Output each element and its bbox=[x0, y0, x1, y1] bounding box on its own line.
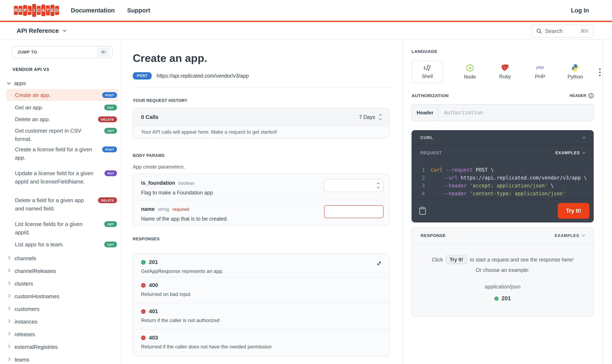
sidebar-section-title: VENDOR API V3 bbox=[13, 67, 49, 72]
logo-letter-tile: T bbox=[46, 5, 50, 15]
code-token bbox=[431, 183, 443, 189]
copy-icon[interactable] bbox=[419, 207, 426, 215]
sidebar-item-label: Delete an app. bbox=[15, 115, 94, 123]
replicated-logo[interactable]: REPLICATED bbox=[14, 4, 59, 17]
sidebar-category-label: channelReleases bbox=[14, 268, 56, 274]
example-status-link[interactable]: 201 bbox=[412, 295, 593, 302]
response-row-401[interactable]: 401Return if the caller is not authorize… bbox=[133, 303, 389, 329]
chevron-right-icon bbox=[7, 319, 11, 323]
language-tab-label: Node bbox=[464, 74, 476, 80]
chevron-right-icon bbox=[7, 345, 11, 348]
code-line: 4 --header 'content-type: application/js… bbox=[419, 190, 594, 197]
line-number: 1 bbox=[419, 166, 425, 174]
language-tab-node[interactable]: JSNode bbox=[459, 61, 481, 83]
login-link[interactable]: Log In bbox=[571, 0, 589, 21]
response-body: Click Try It! to start a request and see… bbox=[412, 244, 593, 317]
language-selector: ShellJSNodeRubyphpPHPPython bbox=[411, 61, 594, 83]
success-dot-icon bbox=[494, 297, 499, 301]
method-pill-delete: DELETE bbox=[98, 197, 117, 203]
body-params-card: is_foundationbooleanFlag to make a Found… bbox=[133, 174, 390, 226]
sidebar-category-releases[interactable]: releases bbox=[7, 330, 116, 338]
endpoint-summary: POST https://api.replicated.com/vendor/v… bbox=[133, 72, 249, 79]
sidebar-group-label: apps bbox=[14, 80, 26, 87]
chevron-expanded-icon bbox=[7, 81, 11, 84]
sidebar-category-label: externalRegistries bbox=[14, 344, 58, 350]
code-line: 2 --url https://api.replicated.com/vendo… bbox=[419, 174, 594, 182]
try-it-chip[interactable]: Try It! bbox=[446, 255, 467, 264]
time-range-value: 7 Days bbox=[359, 114, 375, 120]
shell-icon bbox=[423, 64, 431, 71]
request-examples-dropdown[interactable]: EXAMPLES bbox=[555, 150, 585, 155]
request-history-card: 0 Calls 7 Days Your API calls will appea… bbox=[133, 108, 390, 138]
sidebar-category-teams[interactable]: teams bbox=[7, 355, 116, 364]
api-reference-label: API Reference bbox=[17, 27, 59, 34]
curl-collapse-bar[interactable]: CURL bbox=[411, 130, 594, 145]
nav-link-support[interactable]: Support bbox=[127, 7, 150, 14]
method-pill-put: PUT bbox=[105, 170, 117, 176]
sidebar-item-endpoint[interactable]: List apps for a team.GET bbox=[6, 239, 118, 250]
chevron-down-icon bbox=[582, 135, 586, 139]
hint-text: to start a request and see the response … bbox=[470, 257, 573, 263]
sidebar-item-label: List license fields for a given appId. bbox=[15, 220, 94, 237]
sidebar-item-endpoint[interactable]: Create a license field for a given app.P… bbox=[6, 143, 118, 164]
response-examples-dropdown[interactable]: EXAMPLES bbox=[555, 233, 585, 238]
curl-panel: CURL REQUEST EXAMPLES 1curl --request PO… bbox=[411, 130, 594, 222]
sidebar-item-endpoint[interactable]: Delete an app.DELETE bbox=[6, 114, 118, 125]
authorization-value-input[interactable] bbox=[438, 104, 593, 121]
response-row-400[interactable]: 400Returned on bad input bbox=[133, 277, 389, 303]
search-input[interactable]: Search ⌘K bbox=[531, 25, 594, 38]
main-content: Create an app. POST https://api.replicat… bbox=[122, 40, 402, 364]
code-token: --header bbox=[443, 183, 467, 189]
info-icon[interactable] bbox=[588, 93, 594, 98]
language-tab-php[interactable]: phpPHP bbox=[529, 61, 552, 83]
response-row-201[interactable]: 201GetAppResponse represents an app. bbox=[133, 254, 389, 277]
code-token: --header bbox=[443, 191, 467, 196]
nav-link-documentation[interactable]: Documentation bbox=[71, 7, 115, 14]
sidebar-category-customHostnames[interactable]: customHostnames bbox=[7, 292, 116, 300]
language-tab-ruby[interactable]: Ruby bbox=[494, 61, 517, 83]
method-pill-get: GET bbox=[104, 128, 117, 134]
sidebar-item-endpoint[interactable]: Get customer report in CSV format.GET bbox=[6, 125, 118, 145]
expand-icon[interactable] bbox=[376, 260, 382, 267]
param-row-name: namestringrequiredName of the app that i… bbox=[133, 200, 389, 226]
sidebar-item-endpoint[interactable]: Update a license field for a given appId… bbox=[6, 168, 118, 187]
request-label: REQUEST bbox=[420, 150, 442, 155]
language-tab-python[interactable]: Python bbox=[564, 61, 587, 83]
response-label: RESPONSE bbox=[421, 233, 446, 238]
sidebar-category-instances[interactable]: instances bbox=[7, 317, 116, 326]
error-dot-icon bbox=[141, 283, 146, 288]
jump-to-input[interactable]: JUMP TO ⌘/ bbox=[12, 46, 113, 58]
sidebar-item-endpoint[interactable]: Get an app.GET bbox=[6, 102, 118, 113]
sidebar-item-endpoint[interactable]: Delete a field for a given app and named… bbox=[6, 195, 118, 214]
sidebar-category-clusters[interactable]: clusters bbox=[7, 280, 116, 288]
try-it-button[interactable]: Try It! bbox=[558, 203, 589, 219]
param-input-name[interactable] bbox=[324, 205, 383, 218]
method-pill-get: GET bbox=[104, 104, 117, 110]
response-code: 201 bbox=[149, 259, 158, 265]
sidebar-category-externalRegistries[interactable]: externalRegistries bbox=[7, 343, 116, 351]
sidebar-item-endpoint[interactable]: List license fields for a given appId.GE… bbox=[6, 218, 118, 238]
success-dot-icon bbox=[141, 260, 146, 265]
chevron-down-icon bbox=[63, 28, 67, 32]
response-code: 400 bbox=[149, 282, 158, 288]
language-tab-shell[interactable]: Shell bbox=[411, 61, 443, 83]
sidebar-group-apps[interactable]: apps bbox=[7, 80, 26, 87]
param-name: is_foundation bbox=[141, 180, 175, 186]
language-heading: LANGUAGE bbox=[411, 49, 437, 54]
api-reference-dropdown[interactable]: API Reference bbox=[17, 22, 66, 39]
sidebar-item-endpoint[interactable]: Create an app.POST bbox=[6, 89, 118, 101]
time-range-selector[interactable]: 7 Days bbox=[359, 114, 381, 120]
method-pill-get: GET bbox=[104, 242, 117, 247]
sidebar-category-channels[interactable]: channels bbox=[7, 254, 116, 262]
response-panel: RESPONSE EXAMPLES Click Try It! to start… bbox=[411, 227, 594, 317]
sidebar-category-channelReleases[interactable]: channelReleases bbox=[7, 267, 116, 275]
language-tab-label: Ruby bbox=[499, 74, 511, 79]
response-row-403[interactable]: 403Returned if the caller does not have … bbox=[133, 329, 389, 356]
logo-letter-tile: D bbox=[55, 6, 59, 15]
example-content-type-link[interactable]: application/json bbox=[412, 284, 593, 290]
more-languages-menu[interactable] bbox=[596, 66, 604, 78]
language-tab-label: PHP bbox=[535, 74, 545, 79]
param-select-is_foundation[interactable] bbox=[324, 179, 383, 192]
sidebar-category-customers[interactable]: customers bbox=[7, 305, 116, 313]
code-line: 3 --header 'accept: application/json' \ bbox=[419, 182, 594, 190]
